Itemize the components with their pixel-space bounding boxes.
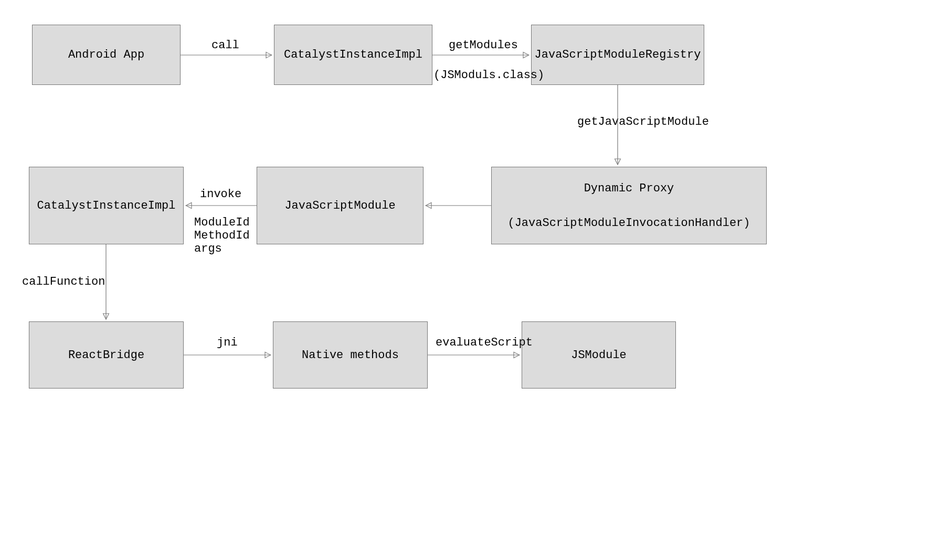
- edge-label-get-modules-bottom: (JSModuls.class): [433, 69, 544, 82]
- node-catalyst-instance-2: CatalystInstanceImpl: [29, 167, 184, 244]
- edge-label-call: call: [211, 39, 239, 52]
- edge-label-get-modules-top: getModules: [449, 39, 518, 52]
- node-label: ReactBridge: [68, 347, 144, 364]
- node-label: JSModule: [571, 347, 627, 364]
- edge-label-evaluate-script: evaluateScript: [436, 336, 533, 349]
- node-label: Dynamic Proxy (JavaScriptModuleInvocatio…: [507, 180, 750, 232]
- node-react-bridge: ReactBridge: [29, 321, 184, 389]
- edge-label-call-function: callFunction: [22, 275, 105, 288]
- node-label: CatalystInstanceImpl: [37, 197, 175, 214]
- node-label: Native methods: [302, 347, 399, 364]
- node-label: JavaScriptModuleRegistry: [535, 46, 701, 63]
- node-catalyst-instance-1: CatalystInstanceImpl: [274, 25, 432, 85]
- node-js-module: JSModule: [522, 321, 676, 389]
- edge-label-get-javascript-module: getJavaScriptModule: [577, 115, 709, 128]
- node-javascript-module-registry: JavaScriptModuleRegistry: [531, 25, 704, 85]
- edge-label-jni: jni: [217, 336, 238, 349]
- node-javascript-module: JavaScriptModule: [257, 167, 423, 244]
- node-label: CatalystInstanceImpl: [284, 46, 422, 63]
- node-native-methods: Native methods: [273, 321, 428, 389]
- node-android-app: Android App: [32, 25, 181, 85]
- edge-label-invoke-sub: ModuleId MethodId args: [194, 216, 250, 255]
- node-label: Android App: [68, 46, 144, 63]
- node-label: JavaScriptModule: [284, 197, 395, 214]
- edge-label-invoke: invoke: [200, 188, 241, 201]
- node-dynamic-proxy: Dynamic Proxy (JavaScriptModuleInvocatio…: [491, 167, 767, 244]
